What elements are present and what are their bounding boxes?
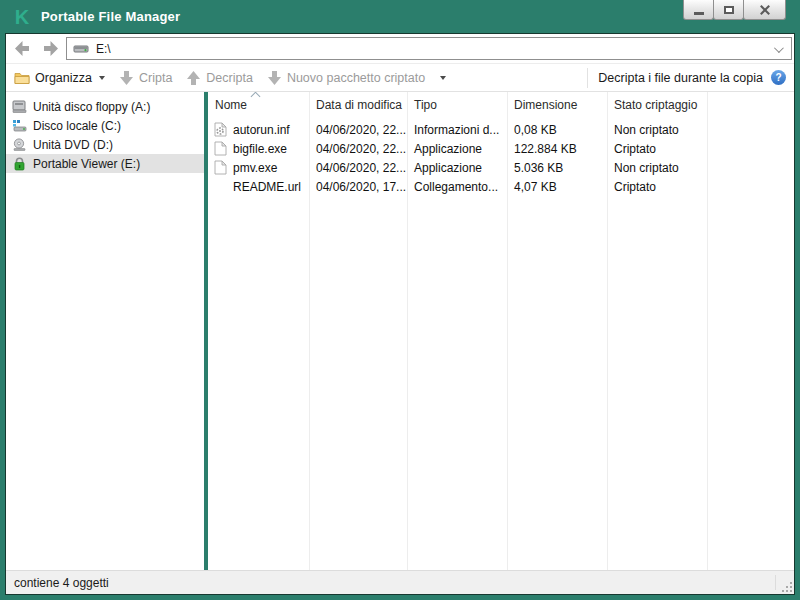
sidebar-item-portable-viewer-e[interactable]: Portable Viewer (E:) bbox=[6, 154, 204, 173]
file-modified: 04/06/2020, 17... bbox=[309, 180, 407, 194]
file-size: 4,07 KB bbox=[507, 180, 607, 194]
file-name: pmv.exe bbox=[233, 161, 277, 175]
file-encryption-status: Non criptato bbox=[607, 161, 707, 175]
encrypt-down-arrow-icon bbox=[119, 71, 134, 85]
decrypt-on-copy-option: Decripta i file durante la copia ? bbox=[598, 70, 786, 85]
no-icon bbox=[213, 179, 228, 195]
forward-button[interactable] bbox=[40, 41, 58, 56]
file-modified: 04/06/2020, 22... bbox=[309, 161, 407, 175]
cripta-label: Cripta bbox=[139, 71, 172, 85]
padlock-icon bbox=[12, 157, 27, 171]
column-header-dimensione[interactable]: Dimensione bbox=[507, 92, 607, 117]
column-header-stato-criptaggio[interactable]: Stato criptaggio bbox=[607, 92, 707, 117]
title-bar: K Portable File Manager bbox=[0, 0, 800, 33]
minimize-icon bbox=[694, 12, 704, 15]
sidebar-item-floppy-a[interactable]: Unità disco floppy (A:) bbox=[6, 97, 204, 116]
file-type: Applicazione bbox=[407, 142, 507, 156]
column-header-nome[interactable]: Nome bbox=[208, 92, 309, 117]
blank-file-icon bbox=[213, 141, 228, 157]
sidebar-item-dvd-d[interactable]: Unità DVD (D:) bbox=[6, 135, 204, 154]
window-controls bbox=[684, 0, 786, 20]
nuovo-pacchetto-criptato-button[interactable]: Nuovo pacchetto criptato bbox=[267, 71, 446, 85]
back-arrow-icon bbox=[15, 41, 32, 56]
navigation-buttons bbox=[10, 41, 66, 56]
file-name: README.url bbox=[233, 180, 301, 194]
sidebar-item-local-disk-c[interactable]: Disco locale (C:) bbox=[6, 116, 204, 135]
file-row-autorun-inf[interactable]: autorun.inf 04/06/2020, 22... Informazio… bbox=[208, 120, 794, 139]
column-header-label: Data di modifica bbox=[316, 98, 402, 112]
gear-file-icon bbox=[213, 122, 228, 138]
drives-sidebar: Unità disco floppy (A:) Disco locale (C:… bbox=[6, 92, 204, 570]
file-type: Collegamento... bbox=[407, 180, 507, 194]
file-list-header: Nome Data di modifica Tipo Dimensione St… bbox=[208, 92, 794, 117]
file-size: 5.036 KB bbox=[507, 161, 607, 175]
window-content: E:\ Organizza Cripta Decripta bbox=[5, 33, 795, 595]
file-list-panel: Nome Data di modifica Tipo Dimensione St… bbox=[208, 92, 794, 570]
main-area: Unità disco floppy (A:) Disco locale (C:… bbox=[6, 92, 794, 570]
maximize-icon bbox=[724, 6, 734, 14]
drive-icon bbox=[73, 43, 89, 54]
file-rows: autorun.inf 04/06/2020, 22... Informazio… bbox=[208, 120, 794, 196]
file-size: 0,08 KB bbox=[507, 123, 607, 137]
toolbar-separator bbox=[587, 68, 588, 88]
column-header-label: Tipo bbox=[414, 98, 437, 112]
address-bar-input[interactable]: E:\ bbox=[66, 37, 792, 60]
close-button[interactable] bbox=[743, 0, 786, 20]
file-name: bigfile.exe bbox=[233, 142, 287, 156]
file-type: Informazioni d... bbox=[407, 123, 507, 137]
column-header-data-di-modifica[interactable]: Data di modifica bbox=[309, 92, 407, 117]
file-modified: 04/06/2020, 22... bbox=[309, 142, 407, 156]
toolbar: Organizza Cripta Decripta Nuovo pacchett… bbox=[6, 63, 794, 92]
help-icon[interactable]: ? bbox=[771, 70, 786, 85]
sort-ascending-icon bbox=[251, 92, 261, 101]
file-encryption-status: Non criptato bbox=[607, 123, 707, 137]
resize-grip-icon[interactable] bbox=[782, 582, 792, 592]
file-row-readme-url[interactable]: README.url 04/06/2020, 17... Collegament… bbox=[208, 177, 794, 196]
column-header-label: Stato criptaggio bbox=[614, 98, 697, 112]
sidebar-item-label: Portable Viewer (E:) bbox=[33, 157, 140, 171]
portable-file-manager-window: K Portable File Manager bbox=[0, 0, 800, 600]
local-disk-icon bbox=[12, 119, 27, 132]
close-icon bbox=[759, 4, 770, 15]
file-type: Applicazione bbox=[407, 161, 507, 175]
decripta-label: Decripta bbox=[206, 71, 253, 85]
cripta-button[interactable]: Cripta bbox=[119, 71, 172, 85]
window-title: Portable File Manager bbox=[41, 9, 180, 24]
floppy-drive-icon bbox=[12, 100, 27, 113]
decrypt-on-copy-label: Decripta i file durante la copia bbox=[598, 71, 763, 85]
organizza-dropdown-caret-icon bbox=[99, 76, 105, 80]
organizza-button[interactable]: Organizza bbox=[14, 71, 105, 85]
file-encryption-status: Criptato bbox=[607, 180, 707, 194]
decrypt-up-arrow-icon bbox=[186, 71, 201, 85]
file-size: 122.884 KB bbox=[507, 142, 607, 156]
file-row-bigfile-exe[interactable]: bigfile.exe 04/06/2020, 22... Applicazio… bbox=[208, 139, 794, 158]
dvd-drive-icon bbox=[12, 138, 27, 151]
decripta-button[interactable]: Decripta bbox=[186, 71, 253, 85]
sidebar-item-label: Disco locale (C:) bbox=[33, 119, 121, 133]
column-header-label: Nome bbox=[215, 98, 247, 112]
maximize-button[interactable] bbox=[713, 0, 744, 20]
file-row-pmv-exe[interactable]: pmv.exe 04/06/2020, 22... Applicazione 5… bbox=[208, 158, 794, 177]
address-dropdown-chevron-icon[interactable] bbox=[774, 43, 784, 53]
column-header-label: Dimensione bbox=[514, 98, 577, 112]
kaspersky-logo-icon: K bbox=[12, 7, 32, 27]
file-encryption-status: Criptato bbox=[607, 142, 707, 156]
column-header-tipo[interactable]: Tipo bbox=[407, 92, 507, 117]
address-path: E:\ bbox=[96, 42, 111, 56]
back-button[interactable] bbox=[14, 41, 32, 56]
status-bar-separator bbox=[775, 575, 776, 590]
nuovo-pacchetto-label: Nuovo pacchetto criptato bbox=[287, 71, 425, 85]
folder-icon bbox=[14, 71, 30, 84]
sidebar-item-label: Unità disco floppy (A:) bbox=[33, 100, 150, 114]
blank-file-icon bbox=[213, 160, 228, 176]
new-package-down-arrow-icon bbox=[267, 71, 282, 85]
organizza-label: Organizza bbox=[35, 71, 92, 85]
forward-arrow-icon bbox=[41, 41, 58, 56]
status-bar: contiene 4 oggetti bbox=[6, 570, 794, 594]
file-modified: 04/06/2020, 22... bbox=[309, 123, 407, 137]
file-name: autorun.inf bbox=[233, 123, 290, 137]
address-row: E:\ bbox=[6, 34, 794, 63]
nuovo-pacchetto-dropdown-caret-icon bbox=[440, 76, 446, 80]
minimize-button[interactable] bbox=[683, 0, 714, 20]
status-text: contiene 4 oggetti bbox=[14, 576, 109, 590]
